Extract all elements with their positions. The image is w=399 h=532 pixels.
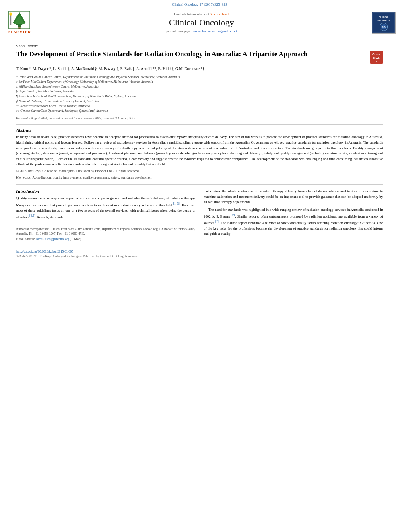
email-note: (T. Kron). bbox=[70, 237, 82, 241]
col-right: that capture the whole continuum of radi… bbox=[204, 189, 383, 242]
svg-rect-5 bbox=[10, 14, 12, 25]
ref-1-3: [1–3] bbox=[173, 202, 180, 205]
svg-text:Mark: Mark bbox=[373, 57, 380, 60]
svg-text:CLINICAL: CLINICAL bbox=[379, 16, 389, 18]
doi-link[interactable]: http://dx.doi.org/10.1016/j.clon.2015.01… bbox=[16, 250, 383, 253]
keywords-text: Accreditation; quality improvement; qual… bbox=[32, 175, 152, 179]
footnote-email: E-mail address: Tomas.Kron@petermac.org … bbox=[16, 237, 195, 241]
affiliation-3: ‡ William Buckland Radiotherapy Centre, … bbox=[16, 84, 383, 89]
email-label: E-mail address: bbox=[16, 237, 35, 241]
svg-text:ONCOLOGY: ONCOLOGY bbox=[378, 19, 390, 22]
affiliation-2: † Sir Peter MacCallum Department of Onco… bbox=[16, 80, 383, 84]
affiliation-1: * Peter MacCallum Cancer Centre, Departm… bbox=[16, 75, 383, 80]
ref-6: [6] bbox=[232, 213, 235, 217]
article-title-text: The Development of Practice Standards fo… bbox=[16, 50, 370, 59]
bottom-bar: http://dx.doi.org/10.1016/j.clon.2015.01… bbox=[16, 248, 383, 258]
affiliation-7: ** Illawarra Shoalhaven Local Health Dis… bbox=[16, 104, 383, 109]
contents-line: Contents lists available at ScienceDirec… bbox=[39, 12, 364, 16]
short-report-label: Short Report bbox=[16, 41, 383, 48]
authors-text: T. Kron *, M. Dwyer *, L. Smith ‡, A. Ma… bbox=[16, 67, 204, 71]
right-para-2: The need for standards was highlighted i… bbox=[204, 207, 383, 237]
crossmark-badge-icon: Cross Mark ✓ bbox=[370, 51, 383, 64]
introduction-title: Introduction bbox=[16, 189, 195, 193]
svg-text:CO: CO bbox=[382, 26, 386, 29]
svg-text:Cross: Cross bbox=[372, 53, 380, 56]
page: Clinical Oncology 27 (2015) 325–329 ELSE… bbox=[0, 0, 399, 532]
homepage-url[interactable]: www.clinicaloncologyonline.net bbox=[193, 29, 237, 33]
journal-logo-box: CLINICAL ONCOLOGY CO bbox=[372, 12, 396, 34]
footnote-correspondence: Author for correspondence: T. Kron, Pete… bbox=[16, 227, 195, 236]
keywords-label: Key words: bbox=[16, 175, 32, 179]
keywords-line: Key words: Accreditation; quality improv… bbox=[16, 175, 383, 179]
divider-1 bbox=[16, 124, 383, 125]
authors-line: T. Kron *, M. Dwyer *, L. Smith ‡, A. Ma… bbox=[16, 66, 383, 72]
affiliations-block: * Peter MacCallum Cancer Centre, Departm… bbox=[16, 75, 383, 113]
abstract-copyright: © 2015 The Royal College of Radiologists… bbox=[16, 169, 383, 173]
journal-header: ELSEVIER Contents lists available at Sci… bbox=[0, 8, 399, 37]
elsevier-brand-text: ELSEVIER bbox=[8, 30, 31, 34]
article-title-block: The Development of Practice Standards fo… bbox=[16, 50, 383, 64]
col-left: Introduction Quality assurance is an imp… bbox=[16, 189, 195, 242]
elsevier-logo: ELSEVIER bbox=[3, 11, 35, 34]
email-address[interactable]: Tomas.Kron@petermac.org bbox=[36, 237, 69, 241]
introduction-right-text: that capture the whole continuum of radi… bbox=[204, 189, 383, 237]
journal-logo-right: CLINICAL ONCOLOGY CO bbox=[368, 12, 396, 34]
affiliation-5: ¶ Australian Institute of Health Innovat… bbox=[16, 94, 383, 99]
citation-bar: Clinical Oncology 27 (2015) 325–329 bbox=[0, 0, 399, 8]
journal-title: Clinical Oncology bbox=[39, 17, 364, 28]
two-column-body: Introduction Quality assurance is an imp… bbox=[16, 189, 383, 242]
introduction-left-text: Quality assurance is an important aspect… bbox=[16, 196, 195, 220]
affiliation-8: †† Genesis CancerCare Queensland, Southp… bbox=[16, 109, 383, 113]
abstract-section: Abstract In many areas of health care, p… bbox=[16, 128, 383, 179]
journal-homepage: journal homepage: www.clinicaloncologyon… bbox=[39, 29, 364, 33]
divider-2 bbox=[16, 184, 383, 185]
ref-7: [7] bbox=[215, 220, 219, 223]
footnote-section: Author for correspondence: T. Kron, Pete… bbox=[16, 225, 195, 241]
affiliation-4: § Department of Health, Canberra, Austra… bbox=[16, 89, 383, 94]
ref-4-5: [4,5] bbox=[29, 214, 35, 218]
elsevier-tree-icon bbox=[7, 11, 31, 29]
abstract-title: Abstract bbox=[16, 128, 383, 133]
received-line: Received 6 August 2014; received in revi… bbox=[16, 117, 383, 120]
sciencedirect-link[interactable]: ScienceDirect bbox=[210, 12, 229, 16]
svg-text:✓: ✓ bbox=[376, 60, 377, 63]
bottom-copyright: 0936-6555/© 2015 The Royal College of Ra… bbox=[16, 255, 383, 258]
main-content: Short Report The Development of Practice… bbox=[0, 37, 399, 262]
right-para-1: that capture the whole continuum of radi… bbox=[204, 189, 383, 205]
affiliation-6: ∥ National Pathology Accreditation Advis… bbox=[16, 99, 383, 104]
svg-point-6 bbox=[9, 13, 12, 16]
intro-para-1: Quality assurance is an important aspect… bbox=[16, 196, 195, 220]
journal-center-header: Contents lists available at ScienceDirec… bbox=[39, 12, 364, 33]
citation-text: Clinical Oncology 27 (2015) 325–329 bbox=[172, 2, 227, 6]
abstract-text: In many areas of health care, practice s… bbox=[16, 134, 383, 167]
